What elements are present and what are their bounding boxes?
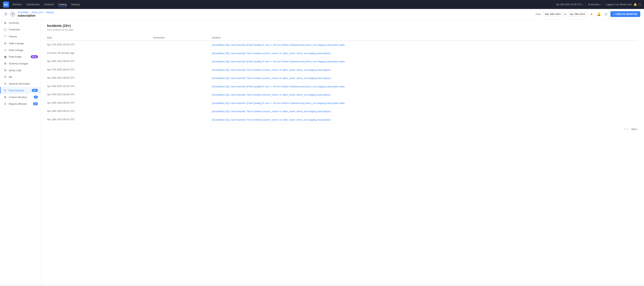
breadcrumb-snowflake[interactable]: Snowflake: [18, 11, 29, 14]
star-button[interactable]: ★: [589, 12, 594, 17]
nav-catalog[interactable]: Catalog: [58, 2, 67, 7]
incident-link[interactable]: [Snowflake] SQL rule breached: Test to d…: [212, 77, 330, 80]
schema-changes-icon: ⊞: [4, 62, 7, 65]
sidebar-item-query-logs[interactable]: ⊟ Query Logs: [0, 67, 41, 74]
nav-datetime[interactable]: Apr 18th 2023 20:38 UTC ▾: [556, 3, 583, 6]
incident-link[interactable]: [Snowflake] SQL rule breached: [Field Qu…: [212, 85, 345, 88]
sidebar-label-field-profile: Field Profile: [9, 56, 29, 58]
date-range: Date: Mar 28th 2023 to Apr 18th 2023: [536, 12, 587, 16]
cell-comments: [153, 107, 212, 116]
incident-link[interactable]: [Snowflake] SQL rule breached: Test to d…: [212, 52, 330, 55]
sub-header-left: ☰ T Snowflake / demo_env / staging subsc…: [4, 11, 54, 17]
cell-comments: [153, 74, 212, 82]
reports-affected-badge: 26: [33, 102, 38, 105]
table-row: Apr 13th 2023 06:02 UTC[Snowflake] SQL r…: [47, 116, 638, 124]
incident-link[interactable]: [Snowflake] SQL rule breached: Test to d…: [212, 110, 330, 113]
cell-date: Apr 13th 2023 06:02 UTC: [47, 116, 153, 124]
past-incidents-badge: 10+: [32, 89, 38, 92]
sidebar-label-field-lineage: Field Lineage: [9, 49, 38, 52]
table-row: Apr 16th 2023 06:02 UTC[Snowflake] SQL r…: [47, 74, 638, 82]
share-button[interactable]: ⊞: [604, 12, 608, 17]
prev-button[interactable]: ‹ Prev: [623, 128, 629, 130]
incident-link[interactable]: [Snowflake] SQL rule breached: [Field Qu…: [212, 102, 345, 104]
next-button[interactable]: Next ›: [632, 128, 638, 130]
page-title: subscription: [18, 14, 54, 17]
date-to-input[interactable]: Apr 18th 2023: [568, 12, 587, 16]
cell-comments: [153, 66, 212, 74]
custom-monitors-badge: 8: [34, 96, 38, 98]
cell-date: Apr 17th 2023 06:02 UTC: [47, 66, 153, 74]
sidebar-item-volume[interactable]: 〜 Volume: [0, 33, 41, 40]
reports-affected-icon: ⊙: [4, 102, 7, 105]
sidebar-item-dbt[interactable]: ✕ dbt: [0, 74, 41, 80]
date-to-label: to: [564, 13, 566, 16]
sidebar-item-schema-changes[interactable]: ⊞ Schema Changes: [0, 60, 41, 67]
main-layout: ⊞ Summary ◯ Freshness 〜 Volume ⊕ Table L…: [0, 20, 644, 284]
notification-icon[interactable]: ⬡: [638, 3, 641, 6]
sidebar: ⊞ Summary ◯ Freshness 〜 Volume ⊕ Table L…: [0, 20, 41, 284]
nav-dashboards[interactable]: Dashboards: [26, 2, 40, 7]
cell-comments: [153, 82, 212, 91]
cell-incident: [Snowflake] SQL rule breached: Test to d…: [212, 91, 638, 99]
nav-incidents[interactable]: Incidents: [44, 2, 54, 7]
sidebar-item-field-profile[interactable]: ▦ Field Profile Beta: [0, 54, 41, 60]
section-subtitle: Past incidents for the table: [47, 28, 638, 31]
incidents-table: Date Comments Incident Apr 17th 2023 20:…: [47, 35, 638, 124]
pagination: ‹ Prev Next ›: [47, 128, 638, 130]
incident-link[interactable]: [Snowflake] SQL rule breached: [Field Qu…: [212, 44, 345, 46]
sidebar-item-reports-affected[interactable]: ⊙ Reports Affected 26: [0, 100, 41, 107]
date-from-input[interactable]: Mar 28th 2023: [543, 12, 562, 16]
mc-logo: MC: [3, 2, 9, 8]
table-row: Apr 17th 2023 20:03 UTC[Snowflake] SQL r…: [47, 41, 638, 49]
create-monitor-button[interactable]: + CREATE MONITOR: [610, 11, 640, 17]
table-row: Apr 14th 2023 20:02 UTC[Snowflake] SQL r…: [47, 82, 638, 91]
nav-settings[interactable]: Settings: [71, 2, 80, 7]
sidebar-label-past-incidents: Past Incidents: [9, 89, 30, 92]
sidebar-item-freshness[interactable]: ◯ Freshness: [0, 26, 41, 33]
domain-selector[interactable]: All domains ▾: [586, 3, 601, 6]
custom-monitors-icon: ⊞: [4, 96, 7, 98]
nav-monitors[interactable]: Monitors: [13, 2, 22, 7]
notification-bell-icon[interactable]: 🔔: [634, 3, 637, 6]
sidebar-item-custom-monitors[interactable]: ⊞ Custom Monitors 8: [0, 94, 41, 100]
cell-comments: [153, 41, 212, 49]
table-lineage-icon: ⊕: [4, 42, 7, 45]
table-row: 14 hours, 35 minutes ago[Snowflake] SQL …: [47, 49, 638, 58]
sub-header: ☰ T Snowflake / demo_env / staging subsc…: [0, 9, 644, 20]
datetime-chevron: ▾: [582, 4, 583, 6]
sidebar-item-past-incidents[interactable]: ⊘ Past Incidents 10+: [0, 87, 41, 94]
cell-date: Apr 16th 2023 06:02 UTC: [47, 74, 153, 82]
dbt-icon: ✕: [4, 76, 7, 78]
incident-link[interactable]: [Snowflake] SQL rule breached: Test to d…: [212, 93, 330, 96]
sidebar-item-summary[interactable]: ⊞ Summary: [0, 20, 41, 26]
field-profile-badge: Beta: [31, 55, 38, 58]
cell-comments: [153, 99, 212, 107]
freshness-icon: ◯: [4, 28, 7, 31]
cell-incident: [Snowflake] SQL rule breached: [Field Qu…: [212, 58, 638, 66]
sidebar-item-general-information[interactable]: ⊡ General Information: [0, 80, 41, 87]
breadcrumb-staging[interactable]: staging: [46, 11, 54, 14]
alert-button[interactable]: 🔔: [596, 12, 602, 17]
breadcrumb-demo-env[interactable]: demo_env: [32, 11, 43, 14]
table-header: Date Comments Incident: [47, 35, 638, 41]
incident-link[interactable]: [Snowflake] SQL rule breached: Test to d…: [212, 68, 330, 71]
col-date: Date: [47, 35, 153, 41]
col-comments: Comments: [153, 35, 212, 41]
cell-incident: [Snowflake] SQL rule breached: Test to d…: [212, 116, 638, 124]
incident-link[interactable]: [Snowflake] SQL rule breached: [Field Qu…: [212, 60, 345, 63]
table-row: Apr 15th 2023 06:02 UTC[Snowflake] SQL r…: [47, 91, 638, 99]
domain-chevron: ▾: [600, 4, 601, 6]
sidebar-item-field-lineage[interactable]: ≡ Field Lineage: [0, 47, 41, 54]
hamburger-button[interactable]: ☰: [4, 12, 8, 16]
prev-chevron-icon: ‹: [623, 128, 624, 130]
nav-right: Apr 18th 2023 20:38 UTC ▾ All domains ▾ …: [556, 3, 641, 6]
incident-link[interactable]: [Snowflake] SQL rule breached: Test to d…: [212, 118, 330, 121]
sidebar-label-general-information: General Information: [9, 82, 38, 85]
cell-date: Apr 17th 2023 20:03 UTC: [47, 41, 153, 49]
user-text: Logged in as: Monte Carlo: [606, 3, 632, 6]
breadcrumb-title-group: Snowflake / demo_env / staging subscript…: [18, 11, 54, 17]
sidebar-label-schema-changes: Schema Changes: [9, 62, 38, 65]
sidebar-item-table-lineage[interactable]: ⊕ Table Lineage: [0, 40, 41, 47]
nav-links: Monitors Dashboards Incidents Catalog Se…: [13, 2, 556, 7]
volume-icon: 〜: [4, 35, 7, 38]
